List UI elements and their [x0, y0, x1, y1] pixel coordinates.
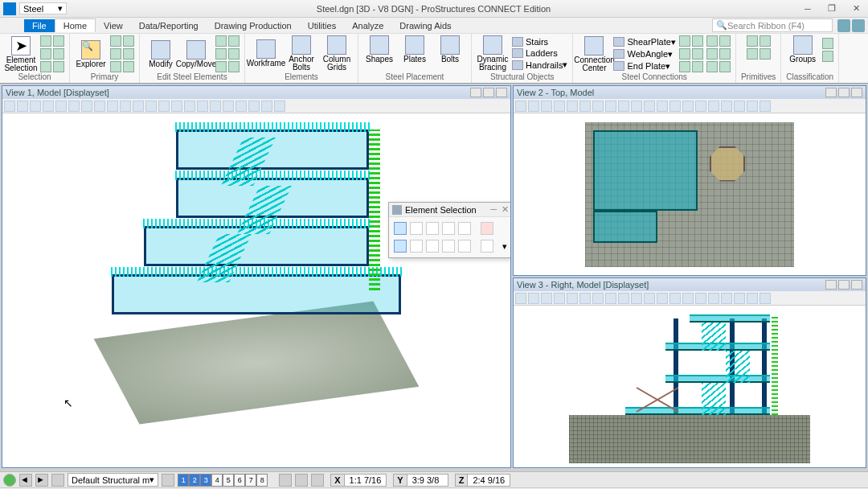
- view-layout-button[interactable]: [162, 474, 174, 487]
- group-label: Primary: [91, 72, 118, 81]
- group-label: Selection: [18, 72, 51, 81]
- anchor-bolts-button[interactable]: Anchor Bolts: [285, 35, 317, 72]
- view3-canvas[interactable]: [514, 306, 866, 467]
- view3-max-icon[interactable]: [838, 280, 850, 290]
- view2-canvas[interactable]: [514, 113, 866, 275]
- help-icons[interactable]: [837, 19, 865, 32]
- app-icon: [3, 2, 16, 15]
- group-label: Primitives: [741, 72, 776, 81]
- shear-plate-button[interactable]: ShearPlate ▾: [613, 37, 675, 47]
- workframe-button[interactable]: Workframe: [250, 39, 282, 68]
- view2-title-bar[interactable]: View 2 - Top, Model: [514, 86, 866, 99]
- explorer-button[interactable]: 🔍Explorer: [75, 40, 107, 68]
- stairs-button[interactable]: Stairs: [512, 37, 567, 47]
- primary-tools[interactable]: [110, 35, 134, 72]
- end-plate-button[interactable]: End Plate ▾: [613, 61, 675, 72]
- view3-title-bar[interactable]: View 3 - Right, Model [Displayset]: [514, 278, 866, 291]
- view2-max-icon[interactable]: [838, 88, 850, 97]
- copy-move-button[interactable]: Copy/Move: [180, 40, 212, 68]
- bolts-button[interactable]: Bolts: [434, 35, 466, 64]
- document-dropdown[interactable]: Steel▾: [19, 2, 67, 14]
- tab-analyze[interactable]: Analyze: [344, 19, 391, 32]
- tab-utilities[interactable]: Utilities: [300, 19, 344, 32]
- selection-filter-row[interactable]: ▾: [394, 240, 507, 253]
- snap-button[interactable]: [279, 474, 292, 487]
- minimize-button[interactable]: ─: [796, 1, 820, 17]
- history-fwd-button[interactable]: ►: [35, 474, 48, 487]
- view2-close-icon[interactable]: [851, 88, 862, 97]
- ribbon: ➤Element Selection Selection 🔍Explorer P…: [0, 34, 868, 84]
- file-menu[interactable]: File: [24, 19, 55, 32]
- model-icon[interactable]: [51, 474, 64, 487]
- coord-z[interactable]: Z2:4 9/16: [455, 474, 511, 487]
- connection-center-button[interactable]: Connection Center: [578, 36, 610, 72]
- plan-view-model: [585, 122, 794, 267]
- classification-tools[interactable]: [822, 38, 833, 62]
- edit-tools[interactable]: [215, 35, 240, 72]
- coord-x[interactable]: X1:1 7/16: [330, 474, 387, 487]
- search-placeholder: Search Ribbon (F4): [727, 21, 805, 31]
- element-selection-button[interactable]: ➤Element Selection: [5, 36, 37, 72]
- accudraw-button[interactable]: [311, 474, 324, 487]
- view1-title-bar[interactable]: View 1, Model [Displayset]: [2, 86, 510, 99]
- tool-icon: [392, 205, 402, 215]
- history-back-button[interactable]: ◄: [19, 474, 32, 487]
- web-angle-button[interactable]: WebAngle ▾: [613, 49, 675, 60]
- selection-mode-row[interactable]: [394, 222, 507, 235]
- search-ribbon-input[interactable]: 🔍 Search Ribbon (F4): [712, 18, 833, 32]
- view1-title: View 1, Model [Displayset]: [6, 88, 109, 97]
- view3-toolbar[interactable]: [514, 291, 866, 306]
- tab-home[interactable]: Home: [55, 18, 96, 32]
- view-number-buttons[interactable]: 12345678: [178, 474, 268, 487]
- connection-tools[interactable]: [679, 35, 703, 72]
- group-label: Elements: [285, 72, 318, 81]
- group-label: Steel Placement: [386, 72, 444, 81]
- model-selector[interactable]: Default Structural m ▾: [68, 473, 158, 487]
- tool-close-icon[interactable]: ✕: [502, 204, 509, 215]
- elevation-model: [569, 310, 810, 463]
- view2-title: View 2 - Top, Model: [517, 88, 594, 97]
- view1-toolbar[interactable]: [2, 99, 510, 113]
- group-label: Structural Objects: [490, 72, 554, 81]
- view3-close-icon[interactable]: [851, 280, 862, 290]
- status-bar-primary: ◄ ► Default Structural m ▾ 12345678 X1:1…: [0, 471, 868, 487]
- menu-bar: File Home View Data/Reporting Drawing Pr…: [0, 18, 868, 34]
- tab-view[interactable]: View: [96, 19, 131, 32]
- tab-drawing-aids[interactable]: Drawing Aids: [391, 19, 459, 32]
- view1-max-icon[interactable]: [483, 88, 494, 97]
- connection-tools-2[interactable]: [706, 35, 731, 72]
- shapes-button[interactable]: Shapes: [363, 35, 395, 64]
- coord-y[interactable]: Y3:9 3/8: [393, 474, 448, 487]
- view1-min-icon[interactable]: [470, 88, 481, 97]
- group-label: Edit Steel Elements: [157, 72, 227, 81]
- cursor-icon: ↖: [63, 397, 73, 409]
- ladders-button[interactable]: Ladders: [512, 48, 567, 58]
- view3-title: View 3 - Right, Model [Displayset]: [517, 280, 649, 290]
- maximize-button[interactable]: ❐: [820, 1, 844, 17]
- view1-close-icon[interactable]: [496, 88, 507, 97]
- plates-button[interactable]: Plates: [399, 35, 431, 64]
- tab-data-reporting[interactable]: Data/Reporting: [131, 19, 207, 32]
- view1-canvas[interactable]: ↖ Element Selection─✕ ▾: [2, 113, 510, 467]
- selection-tools[interactable]: [40, 35, 64, 72]
- group-label: Steel Connections: [622, 72, 687, 81]
- element-selection-tool-window[interactable]: Element Selection─✕ ▾: [388, 202, 510, 258]
- column-grids-button[interactable]: Column Grids: [321, 35, 353, 72]
- tool-title: Element Selection: [405, 205, 477, 215]
- title-bar: Steel▾ Steel.dgn [3D - V8 DGN] - ProStru…: [0, 0, 868, 18]
- document-name: Steel: [23, 4, 43, 14]
- lock-button[interactable]: [295, 474, 308, 487]
- dynamic-bracing-button[interactable]: Dynamic Bracing: [477, 35, 509, 72]
- view2-min-icon[interactable]: [825, 88, 837, 97]
- groups-button[interactable]: Groups: [787, 35, 819, 64]
- group-label: Classification: [786, 72, 833, 81]
- tool-min-icon[interactable]: ─: [490, 204, 497, 215]
- status-indicator-icon[interactable]: [3, 474, 16, 487]
- view3-min-icon[interactable]: [825, 280, 837, 290]
- view2-toolbar[interactable]: [514, 99, 866, 113]
- primitives-tools[interactable]: [747, 35, 771, 60]
- close-button[interactable]: ✕: [844, 1, 868, 17]
- modify-button[interactable]: Modify: [145, 40, 177, 68]
- tab-drawing-production[interactable]: Drawing Production: [207, 19, 300, 32]
- handrails-button[interactable]: Handrails ▾: [512, 60, 567, 70]
